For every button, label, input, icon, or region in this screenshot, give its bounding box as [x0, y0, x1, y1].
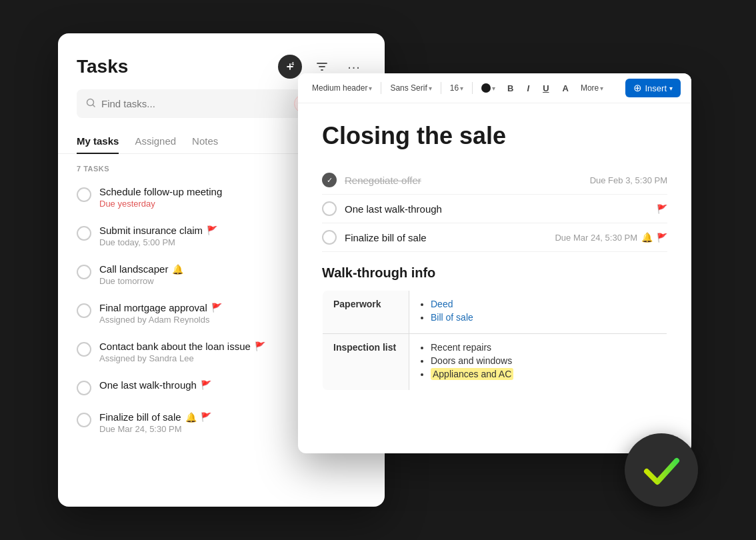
editor-task-row: Finalize bill of sale Due Mar 24, 5:30 P… [322, 223, 667, 252]
task-checkbox[interactable]: ✓ [322, 173, 337, 187]
chevron-down-icon: ▾ [369, 85, 372, 92]
chevron-down-icon: ▾ [492, 85, 495, 92]
editor-panel: Medium header ▾ Sans Serif ▾ 16 ▾ ▾ B I … [298, 73, 691, 453]
color-select[interactable]: ▾ [478, 81, 499, 95]
editor-toolbar: Medium header ▾ Sans Serif ▾ 16 ▾ ▾ B I … [298, 73, 691, 103]
deed-link[interactable]: Deed [431, 299, 453, 309]
task-name: Renegotiate offer [345, 175, 582, 186]
task-name: One last walk-through [345, 203, 649, 215]
table-cell: Deed Bill of sale [409, 291, 667, 334]
toolbar-divider [472, 82, 473, 94]
task-checkbox[interactable] [77, 381, 91, 395]
task-checkbox[interactable] [322, 201, 337, 216]
bold-button[interactable]: B [503, 81, 518, 95]
chevron-down-icon: ▾ [460, 85, 463, 92]
list-item: Recent repairs [431, 342, 656, 353]
table-cell: Recent repairs Doors and windows Applian… [409, 334, 667, 391]
flag-icon: 🚩 [657, 233, 667, 243]
bell-icon: 🔔 [641, 232, 653, 243]
italic-button[interactable]: I [523, 81, 535, 95]
task-checkbox[interactable] [77, 342, 91, 357]
task-checkbox[interactable] [77, 303, 91, 318]
chevron-down-icon: ▾ [669, 85, 673, 92]
task-checkbox[interactable] [77, 265, 91, 279]
task-checkbox[interactable] [77, 226, 91, 241]
flag-icon: 🚩 [201, 412, 211, 422]
task-checkbox[interactable] [77, 413, 91, 427]
add-task-icon[interactable]: 4 [278, 55, 302, 79]
task-name: Finalize bill of sale [345, 232, 547, 243]
flag-icon: 🚩 [657, 204, 667, 214]
table-label: Paperwork [323, 291, 409, 334]
info-table: Paperwork Deed Bill of sale Inspection l… [322, 290, 667, 391]
underline-button[interactable]: U [538, 81, 553, 95]
tasks-title: Tasks [77, 56, 128, 77]
search-icon [86, 98, 96, 110]
editor-task-row: One last walk-through 🚩 [322, 195, 667, 223]
checkmark-circle [625, 433, 698, 507]
flag-icon: 🚩 [207, 225, 217, 235]
list-item: Doors and windows [431, 355, 656, 366]
tab-assigned[interactable]: Assigned [135, 129, 176, 153]
font-select[interactable]: Sans Serif ▾ [387, 81, 435, 95]
style-select[interactable]: Medium header ▾ [309, 81, 375, 95]
task-due: Due Mar 24, 5:30 PM 🔔 🚩 [555, 232, 667, 243]
chevron-down-icon: ▾ [429, 85, 432, 92]
toolbar-divider [441, 82, 441, 94]
highlighted-item: Appliances and AC [431, 368, 513, 380]
table-row: Inspection list Recent repairs Doors and… [323, 334, 667, 391]
tab-my-tasks[interactable]: My tasks [77, 129, 119, 153]
size-select[interactable]: 16 ▾ [447, 81, 467, 95]
bell-icon: 🔔 [185, 412, 197, 423]
bill-of-sale-link[interactable]: Bill of sale [431, 312, 473, 323]
editor-content: Closing the sale ✓ Renegotiate offer Due… [298, 103, 691, 450]
flag-icon: 🚩 [201, 380, 211, 390]
task-checkbox[interactable] [77, 187, 91, 202]
toolbar-divider [381, 82, 381, 94]
bell-icon: 🔔 [172, 264, 183, 275]
insert-button[interactable]: ⊕ Insert ▾ [625, 79, 681, 97]
flag-icon: 🚩 [255, 341, 265, 351]
more-select[interactable]: More ▾ [577, 81, 607, 95]
tab-notes[interactable]: Notes [192, 129, 218, 153]
list-item: Appliances and AC [431, 369, 656, 379]
task-flag: 🚩 [657, 204, 667, 214]
table-row: Paperwork Deed Bill of sale [323, 291, 667, 334]
section-heading: Walk-through info [322, 265, 667, 281]
table-label: Inspection list [323, 334, 409, 391]
text-color-button[interactable]: A [558, 81, 573, 95]
flag-icon: 🚩 [211, 303, 222, 313]
checkmark-icon [640, 449, 683, 492]
doc-title: Closing the sale [322, 122, 667, 150]
chevron-down-icon: ▾ [600, 85, 603, 92]
editor-task-row: ✓ Renegotiate offer Due Feb 3, 5:30 PM [322, 166, 667, 195]
search-input[interactable] [101, 98, 289, 109]
task-checkbox[interactable] [322, 230, 337, 245]
color-dot [481, 83, 491, 93]
svg-text:4: 4 [291, 61, 294, 66]
task-due: Due Feb 3, 5:30 PM [590, 175, 667, 185]
